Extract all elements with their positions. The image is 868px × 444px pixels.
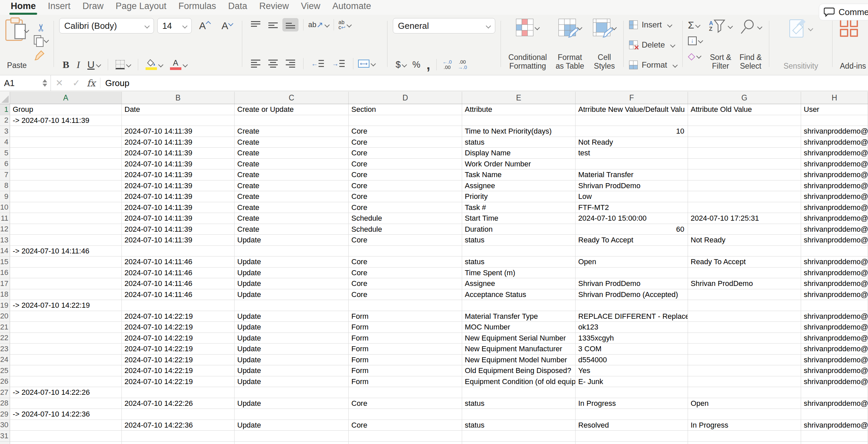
cell-B19[interactable]	[122, 300, 235, 311]
cell-C2[interactable]	[235, 115, 349, 126]
cell-E12[interactable]: Duration	[462, 224, 576, 235]
cell-F10[interactable]: FTF-MT2	[576, 202, 688, 213]
cell-C31[interactable]	[235, 431, 349, 441]
cell-B29[interactable]	[122, 409, 235, 419]
cell-C3[interactable]: Create	[235, 126, 349, 137]
cell-D15[interactable]: Core	[349, 257, 462, 267]
bold-button[interactable]: B	[63, 59, 69, 70]
cell-C32[interactable]	[235, 442, 349, 444]
cell-G22[interactable]	[688, 333, 801, 344]
underline-button[interactable]: U	[87, 59, 100, 70]
row-header-6[interactable]: 6	[0, 159, 10, 170]
cell-G30[interactable]: In Progress	[688, 420, 801, 431]
cell-F14[interactable]	[576, 246, 688, 257]
autosum-button[interactable]: Σ	[688, 20, 702, 31]
cell-A18[interactable]	[10, 289, 122, 300]
cell-D18[interactable]: Core	[349, 289, 462, 300]
cell-B17[interactable]: 2024-07-10 14:11:46	[122, 278, 235, 289]
cell-G13[interactable]: Not Ready	[688, 235, 801, 245]
cell-H32[interactable]	[801, 442, 868, 444]
cell-C16[interactable]: Update	[235, 268, 349, 278]
cell-E28[interactable]: status	[462, 398, 576, 409]
cell-G18[interactable]	[688, 289, 801, 300]
sensitivity-button[interactable]: Sensitivity	[775, 18, 827, 72]
cell-F32[interactable]	[576, 442, 688, 444]
cell-C25[interactable]: Update	[235, 365, 349, 376]
decrease-indent-button[interactable]: ←	[308, 57, 328, 70]
cell-E15[interactable]: status	[462, 257, 576, 267]
row-header-26[interactable]: 26	[0, 376, 10, 387]
cell-D20[interactable]: Form	[349, 311, 462, 322]
cell-G1[interactable]: Attribute Old Value	[688, 104, 801, 115]
font-size-select[interactable]: 14	[157, 18, 192, 33]
cell-D7[interactable]: Core	[349, 170, 462, 180]
tab-page-layout[interactable]: Page Layout	[110, 0, 173, 15]
find-select-button[interactable]: Find &Select	[738, 18, 764, 72]
cell-B32[interactable]	[122, 442, 235, 444]
cell-A24[interactable]	[10, 355, 122, 365]
cell-E13[interactable]: status	[462, 235, 576, 245]
cell-E19[interactable]	[462, 300, 576, 311]
cell-F17[interactable]: Shrivan ProdDemo	[576, 278, 688, 289]
cell-C5[interactable]: Create	[235, 148, 349, 158]
cell-H26[interactable]: shrivanproddemo@v	[801, 376, 868, 387]
cell-H6[interactable]: shrivanproddemo@v	[801, 159, 868, 170]
row-header-29[interactable]: 29	[0, 409, 10, 419]
cell-B25[interactable]: 2024-07-10 14:22:19	[122, 365, 235, 376]
cell-styles-button[interactable]: CellStyles	[591, 18, 618, 72]
insert-function-icon[interactable]: fx	[85, 78, 100, 89]
cell-D28[interactable]: Core	[349, 398, 462, 409]
cell-A32[interactable]	[10, 442, 122, 444]
cell-B21[interactable]: 2024-07-10 14:22:19	[122, 322, 235, 332]
cell-H12[interactable]: shrivanproddemo@v	[801, 224, 868, 235]
cell-G7[interactable]	[688, 170, 801, 180]
align-middle-button[interactable]	[265, 18, 281, 31]
cell-C17[interactable]: Update	[235, 278, 349, 289]
cell-D25[interactable]: Form	[349, 365, 462, 376]
cell-B18[interactable]: 2024-07-10 14:11:46	[122, 289, 235, 300]
column-header-B[interactable]: B	[122, 92, 235, 104]
formula-content[interactable]: Group	[105, 78, 129, 88]
cell-H23[interactable]: shrivanproddemo@v	[801, 344, 868, 354]
cell-C22[interactable]: Update	[235, 333, 349, 344]
cell-F9[interactable]: Low	[576, 191, 688, 202]
row-header-28[interactable]: 28	[0, 398, 10, 409]
row-header-1[interactable]: 1	[0, 104, 10, 115]
cell-H20[interactable]: shrivanproddemo@v	[801, 311, 868, 322]
cell-G12[interactable]	[688, 224, 801, 235]
cell-F23[interactable]: 3 COM	[576, 344, 688, 354]
cell-A7[interactable]	[10, 170, 122, 180]
cell-H18[interactable]: shrivanproddemo@v	[801, 289, 868, 300]
cell-E23[interactable]: New Equipment Manufacturer	[462, 344, 576, 354]
cell-G5[interactable]	[688, 148, 801, 158]
row-header-24[interactable]: 24	[0, 355, 10, 365]
cell-C28[interactable]: Update	[235, 398, 349, 409]
cell-C19[interactable]	[235, 300, 349, 311]
cell-F1[interactable]: Atrribute New Value/Default Valu	[576, 104, 688, 115]
cell-A3[interactable]	[10, 126, 122, 137]
column-header-E[interactable]: E	[462, 92, 576, 104]
row-header-32[interactable]: 32	[0, 442, 10, 444]
tab-automate[interactable]: Automate	[326, 0, 377, 15]
cell-G29[interactable]	[688, 409, 801, 419]
cell-B28[interactable]: 2024-07-10 14:22:26	[122, 398, 235, 409]
cell-B4[interactable]: 2024-07-10 14:11:39	[122, 137, 235, 148]
row-header-5[interactable]: 5	[0, 148, 10, 158]
row-header-19[interactable]: 19	[0, 300, 10, 311]
cell-C23[interactable]: Update	[235, 344, 349, 354]
name-box[interactable]: A1	[0, 75, 51, 91]
cell-D10[interactable]: Core	[349, 202, 462, 213]
cell-C20[interactable]: Update	[235, 311, 349, 322]
cell-C18[interactable]: Update	[235, 289, 349, 300]
cell-G28[interactable]: Open	[688, 398, 801, 409]
cell-B27[interactable]	[122, 387, 235, 398]
cell-D22[interactable]: Form	[349, 333, 462, 344]
cell-C30[interactable]: Update	[235, 420, 349, 431]
cell-B15[interactable]: 2024-07-10 14:11:46	[122, 257, 235, 267]
cell-E2[interactable]	[462, 115, 576, 126]
cell-G14[interactable]	[688, 246, 801, 257]
cell-H2[interactable]	[801, 115, 868, 126]
align-top-button[interactable]	[248, 18, 264, 31]
row-header-27[interactable]: 27	[0, 387, 10, 398]
cell-A8[interactable]	[10, 180, 122, 191]
